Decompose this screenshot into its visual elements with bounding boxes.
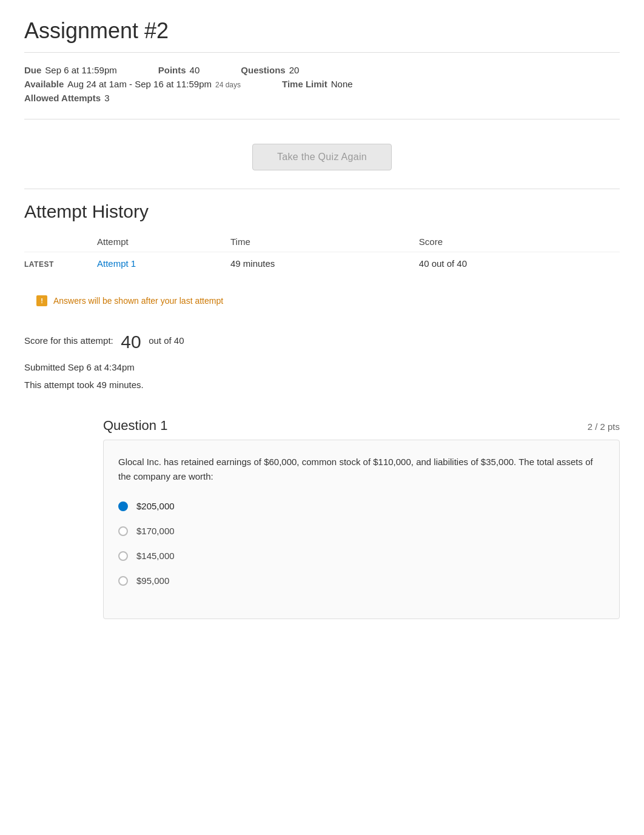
score-line: Score for this attempt: 40 out of 40 [24, 324, 620, 359]
time-limit-value: None [331, 79, 353, 89]
attempt-table: Attempt Time Score LATEST Attempt 1 49 m… [24, 232, 620, 275]
answer-option-4[interactable]: $95,000 [118, 575, 605, 586]
latest-badge: LATEST [24, 252, 97, 275]
top-divider [24, 52, 620, 53]
score-block: Score for this attempt: 40 out of 40 Sub… [24, 324, 620, 406]
answer-label-4: $95,000 [136, 575, 169, 586]
question-1-title: Question 1 [103, 418, 167, 434]
attempt-score: 40 out of 40 [419, 252, 620, 275]
col-attempt: Attempt [97, 232, 230, 252]
questions-item: Questions 20 [241, 65, 299, 75]
points-value: 40 [190, 65, 200, 75]
took-line: This attempt took 49 minutes. [24, 377, 620, 394]
notice-box: ! Answers will be shown after your last … [24, 287, 620, 315]
question-1-pts: 2 / 2 pts [588, 421, 620, 432]
questions-value: 20 [289, 65, 300, 75]
answer-label-3: $145,000 [136, 551, 175, 561]
allowed-item: Allowed Attempts 3 [24, 93, 109, 103]
radio-3[interactable] [118, 551, 128, 561]
due-value: Sep 6 at 11:59pm [45, 65, 116, 75]
allowed-value: 3 [104, 93, 109, 103]
take-quiz-button[interactable]: Take the Quiz Again [252, 144, 392, 170]
time-limit-label: Time Limit [282, 79, 327, 89]
points-label: Points [158, 65, 186, 75]
due-item: Due Sep 6 at 11:59pm [24, 65, 117, 75]
answer-option-2[interactable]: $170,000 [118, 526, 605, 536]
submitted-line: Submitted Sep 6 at 4:34pm [24, 359, 620, 377]
due-label: Due [24, 65, 41, 75]
question-1-header: Question 1 2 / 2 pts [103, 418, 620, 434]
col-time: Time [230, 232, 419, 252]
score-label: Score for this attempt: [24, 335, 113, 346]
time-limit-item: Time Limit None [282, 79, 353, 89]
radio-2[interactable] [118, 526, 128, 536]
meta-info: Due Sep 6 at 11:59pm Points 40 Questions… [24, 59, 620, 113]
below-button-divider [24, 189, 620, 189]
attempt-table-header: Attempt Time Score [24, 232, 620, 252]
table-row: LATEST Attempt 1 49 minutes 40 out of 40 [24, 252, 620, 275]
answer-option-3[interactable]: $145,000 [118, 551, 605, 561]
col-blank [24, 232, 97, 252]
page-title: Assignment #2 [24, 18, 620, 44]
points-item: Points 40 [158, 65, 200, 75]
attempt-link[interactable]: Attempt 1 [97, 258, 136, 269]
col-score: Score [419, 232, 620, 252]
available-label: Available [24, 79, 64, 89]
available-value: Aug 24 at 1am - Sep 16 at 11:59pm [67, 79, 212, 89]
radio-1[interactable] [118, 501, 128, 511]
attempt-time: 49 minutes [230, 252, 419, 275]
notice-icon: ! [36, 295, 47, 306]
answer-option-1[interactable]: $205,000 [118, 501, 605, 511]
questions-label: Questions [241, 65, 285, 75]
meta-row-3: Allowed Attempts 3 [24, 93, 620, 103]
attempt-link-cell[interactable]: Attempt 1 [97, 252, 230, 275]
available-sub: 24 days [215, 81, 241, 89]
score-suffix: out of 40 [149, 335, 184, 346]
meta-row-1: Due Sep 6 at 11:59pm Points 40 Questions… [24, 65, 620, 75]
meta-row-2: Available Aug 24 at 1am - Sep 16 at 11:5… [24, 79, 620, 89]
allowed-label: Allowed Attempts [24, 93, 101, 103]
question-1-box: Glocal Inc. has retained earnings of $60… [103, 440, 620, 619]
notice-text: Answers will be shown after your last at… [53, 296, 223, 306]
radio-4[interactable] [118, 576, 128, 586]
available-item: Available Aug 24 at 1am - Sep 16 at 11:5… [24, 79, 241, 89]
answer-label-2: $170,000 [136, 526, 175, 536]
answer-label-1: $205,000 [136, 501, 175, 511]
attempt-history-title: Attempt History [24, 201, 620, 222]
question-1-text: Glocal Inc. has retained earnings of $60… [118, 455, 605, 484]
score-large: 40 [121, 332, 141, 352]
mid-divider [24, 119, 620, 119]
button-area: Take the Quiz Again [24, 126, 620, 183]
